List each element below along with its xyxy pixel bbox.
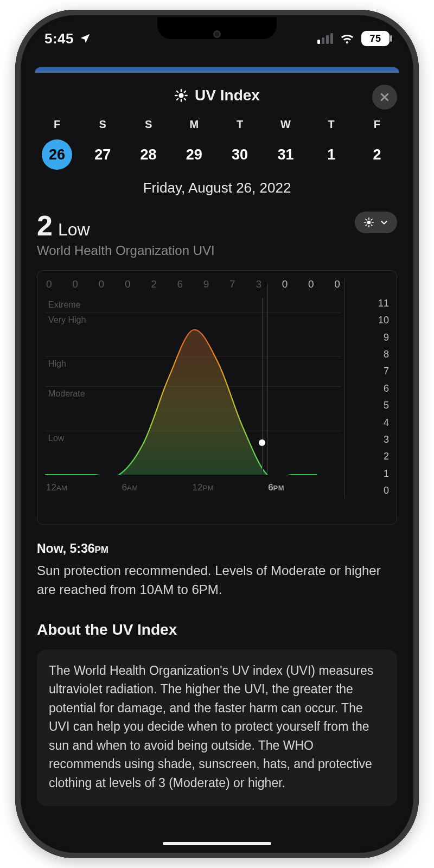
day-letter: S <box>99 118 106 131</box>
day-letter: T <box>328 118 335 131</box>
day-option[interactable]: S28 <box>130 118 168 170</box>
uv-hourly-chart[interactable]: 000026973000 ExtremeVery HighHighModerat… <box>37 270 397 525</box>
close-button[interactable] <box>372 85 397 110</box>
svg-line-7 <box>177 99 178 100</box>
day-option[interactable]: S27 <box>84 118 122 170</box>
background-card-peek <box>35 67 399 73</box>
day-letter: S <box>145 118 152 131</box>
metric-selector[interactable] <box>355 212 397 233</box>
chart-x-ticks: 12AM6AM12PM6PM <box>45 482 341 493</box>
selected-date: Friday, August 26, 2022 <box>37 180 397 196</box>
day-option[interactable]: T30 <box>221 118 259 170</box>
day-letter: M <box>190 118 199 131</box>
chart-now-line <box>262 298 263 475</box>
uv-level-label: Low <box>58 220 90 240</box>
day-option[interactable]: F26 <box>38 118 76 170</box>
day-option[interactable]: T1 <box>312 118 350 170</box>
wifi-icon <box>340 33 355 44</box>
day-number: 29 <box>186 146 202 163</box>
battery-icon: 75 <box>361 31 390 46</box>
status-time: 5:45 <box>44 30 74 47</box>
day-number: 2 <box>373 146 381 163</box>
sheet-title: UV Index <box>195 87 260 104</box>
day-letter: F <box>54 118 60 131</box>
day-letter: F <box>374 118 380 131</box>
svg-line-5 <box>177 91 178 92</box>
chart-y-ticks: 11109876543210 <box>344 278 389 499</box>
svg-line-14 <box>366 219 367 220</box>
chevron-down-icon <box>380 218 388 227</box>
svg-line-17 <box>371 219 372 220</box>
uv-index-sheet: UV Index F26S27S28M29T30W31T1F2 Friday, … <box>23 73 411 851</box>
day-number: 31 <box>277 146 293 163</box>
day-number: 28 <box>141 146 157 163</box>
svg-line-15 <box>371 225 372 226</box>
battery-percent: 75 <box>369 33 381 44</box>
day-number: 1 <box>327 146 335 163</box>
location-icon <box>79 33 91 44</box>
day-picker: F26S27S28M29T30W31T1F2 <box>37 113 397 170</box>
svg-line-16 <box>366 225 367 226</box>
about-card: The World Health Organization's UV index… <box>37 649 397 807</box>
chart-now-dot <box>259 439 265 446</box>
uv-value: 2 <box>37 212 53 240</box>
now-label: Now, 5:36PM <box>37 541 397 556</box>
svg-line-8 <box>184 91 186 92</box>
day-option[interactable]: W31 <box>266 118 304 170</box>
day-number: 30 <box>232 146 248 163</box>
day-option[interactable]: M29 <box>175 118 213 170</box>
day-number: 27 <box>94 146 111 163</box>
svg-point-9 <box>367 221 371 225</box>
svg-point-0 <box>179 93 184 98</box>
day-number: 26 <box>49 146 65 163</box>
chart-forecast-divider <box>267 284 268 473</box>
recommendation-text: Sun protection recommended. Levels of Mo… <box>37 561 397 599</box>
day-letter: T <box>237 118 243 131</box>
home-indicator[interactable] <box>163 842 271 845</box>
about-heading: About the UV Index <box>37 621 397 639</box>
sun-icon <box>363 217 374 228</box>
uv-subtitle: World Health Organization UVI <box>37 243 215 258</box>
sun-icon <box>174 88 188 103</box>
cell-signal-icon <box>317 33 333 44</box>
svg-line-6 <box>184 99 186 100</box>
device-notch <box>157 17 277 39</box>
chart-hour-values: 000026973000 <box>45 278 341 290</box>
day-option[interactable]: F2 <box>358 118 396 170</box>
day-letter: W <box>280 118 291 131</box>
